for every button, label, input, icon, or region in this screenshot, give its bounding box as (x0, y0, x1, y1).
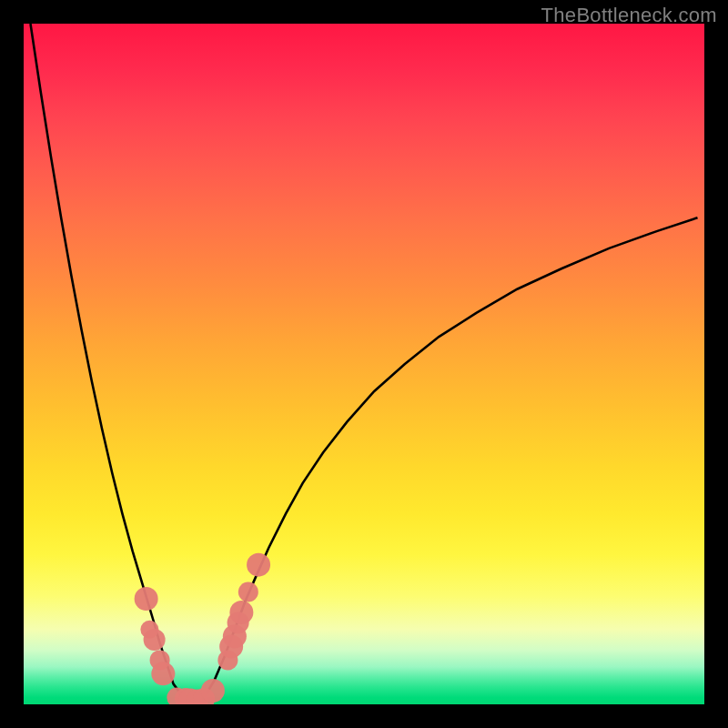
bottleneck-curve (30, 24, 697, 703)
chart-svg (24, 24, 704, 704)
watermark-text: TheBottleneck.com (541, 4, 717, 27)
data-point (201, 679, 225, 703)
data-point (135, 587, 158, 611)
data-point (229, 601, 253, 624)
curve-layer (30, 24, 697, 703)
plot-area (24, 24, 704, 704)
data-point (238, 582, 258, 602)
data-point (247, 553, 270, 577)
data-point (151, 662, 175, 685)
chart-frame: TheBottleneck.com (0, 0, 728, 728)
scatter-layer (135, 553, 270, 704)
data-point (144, 629, 166, 651)
